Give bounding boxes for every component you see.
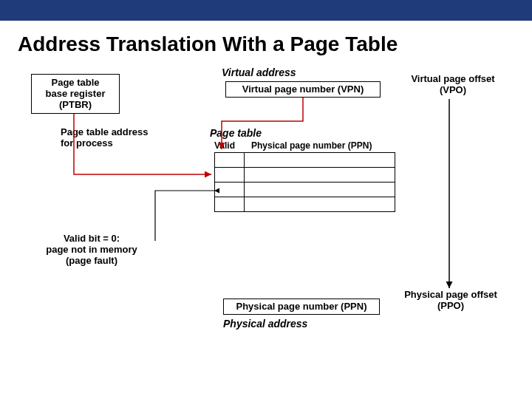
vpo-label: Virtual page offset (VPO) (398, 74, 508, 96)
title-bar (0, 0, 532, 21)
fault-line1: Valid bit = 0: (33, 233, 151, 245)
virtual-address-label: Virtual address (222, 66, 296, 78)
col-header-ppn: Physical page number (PPN) (251, 140, 372, 151)
table-row (215, 183, 395, 197)
col-header-valid: Valid (214, 140, 235, 151)
vpo-line2: (VPO) (398, 85, 508, 96)
vpn-box: Virtual page number (VPN) (225, 81, 381, 98)
ppo-label: Physical page offset (PPO) (392, 290, 510, 312)
ppo-line1: Physical page offset (392, 290, 510, 301)
ptaddr-line2: for process (61, 138, 164, 149)
page-table-label: Page table (210, 127, 262, 139)
table-row (215, 153, 395, 168)
fault-line3: (page fault) (33, 256, 151, 267)
ptaddr-line1: Page table address (61, 127, 164, 138)
ptbr-line1: Page table (33, 77, 117, 88)
ppo-line2: (PPO) (392, 301, 510, 312)
table-row (215, 168, 395, 183)
diagram-canvas: Page table base register (PTBR) Virtual … (0, 64, 532, 381)
slide-title: Address Translation With a Page Table (0, 21, 532, 64)
ptbr-line3: (PTBR) (33, 99, 117, 110)
ptbr-line2: base register (33, 88, 117, 99)
ptbr-box: Page table base register (PTBR) (31, 74, 120, 114)
table-row (215, 197, 395, 212)
ppn-box: Physical page number (PPN) (223, 299, 380, 315)
page-table-address-label: Page table address for process (61, 127, 164, 149)
fault-line2: page not in memory (33, 245, 151, 256)
vpo-line1: Virtual page offset (398, 74, 508, 85)
page-fault-label: Valid bit = 0: page not in memory (page … (33, 233, 151, 267)
page-table (214, 152, 395, 212)
physical-address-label: Physical address (223, 318, 307, 330)
